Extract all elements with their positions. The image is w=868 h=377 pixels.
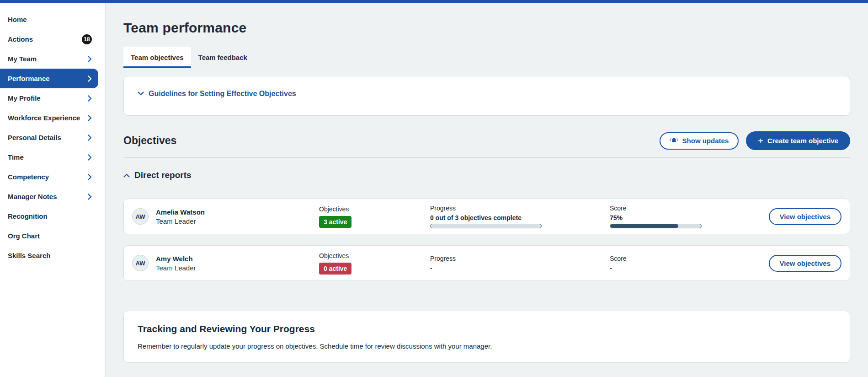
sidebar-item[interactable]: Manager Notes <box>0 187 98 206</box>
objectives-column: Objectives 0 active <box>319 252 430 275</box>
report-person: AW Amy Welch Team Leader <box>132 255 319 272</box>
sidebar-item[interactable]: Competency <box>0 167 98 187</box>
sidebar-item[interactable]: Personal Details <box>0 128 98 147</box>
chevron-right-icon <box>88 115 92 121</box>
app-layout: Home Actions 18 My Team <box>0 3 868 377</box>
bell-icon <box>670 137 678 145</box>
chevron-right-icon <box>88 95 92 102</box>
report-person-text: Amelia Watson Team Leader <box>156 208 205 225</box>
plus-icon: + <box>758 136 763 145</box>
objectives-status-badge: 3 active <box>319 216 351 228</box>
page-title: Team performance <box>123 20 850 36</box>
notification-count-badge: 18 <box>82 34 92 44</box>
sidebar-item-label: Skills Search <box>8 252 50 259</box>
sidebar-item[interactable]: Home <box>0 10 98 29</box>
sidebar-item-label: Actions <box>8 35 33 43</box>
tab[interactable]: Team feedback <box>191 47 255 68</box>
objectives-label: Objectives <box>319 205 430 213</box>
view-objectives-button[interactable]: View objectives <box>769 208 841 225</box>
guidelines-label: Guidelines for Setting Effective Objecti… <box>149 90 296 98</box>
progress-bar <box>430 224 542 228</box>
sidebar-item[interactable]: My Profile <box>0 88 98 108</box>
main-content: Team performance Team objectives Team fe… <box>106 3 868 377</box>
sidebar-item-label: Competency <box>8 173 49 181</box>
score-bar-fill <box>610 224 678 228</box>
direct-reports-label: Direct reports <box>134 170 192 180</box>
score-label: Score <box>610 205 769 212</box>
sidebar-item[interactable]: Actions 18 <box>0 29 98 49</box>
sidebar-item-label: Org Chart <box>8 232 40 240</box>
chevron-right-icon <box>88 194 92 200</box>
view-objectives-button[interactable]: View objectives <box>769 255 841 272</box>
avatar: AW <box>132 208 149 225</box>
sidebar-item-label: Workforce Experience <box>8 114 80 122</box>
sidebar-item[interactable]: Skills Search <box>0 246 98 265</box>
score-column: Score - <box>610 255 769 272</box>
show-updates-label: Show updates <box>682 137 729 145</box>
progress-label: Progress <box>430 255 610 262</box>
report-role: Team Leader <box>156 217 205 225</box>
direct-reports-list: AW Amelia Watson Team Leader Objectives … <box>123 199 850 281</box>
chevron-right-icon <box>88 174 92 180</box>
score-column: Score 75% <box>610 205 769 228</box>
sidebar-item-label: Personal Details <box>8 134 61 141</box>
create-team-objective-label: Create team objective <box>767 137 838 145</box>
info-card-body: Remember to regularly update your progre… <box>138 342 836 350</box>
show-updates-button[interactable]: Show updates <box>660 132 739 150</box>
chevron-right-icon <box>88 154 92 161</box>
guidelines-toggle[interactable]: Guidelines for Setting Effective Objecti… <box>138 90 296 98</box>
sidebar-item[interactable]: Workforce Experience <box>0 108 98 128</box>
list-divider <box>123 293 850 293</box>
sidebar-item-label: Recognition <box>8 212 48 220</box>
info-card-title: Tracking and Reviewing Your Progress <box>138 323 836 334</box>
guidelines-panel: Guidelines for Setting Effective Objecti… <box>123 76 850 116</box>
objectives-actions: Show updates + Create team objective <box>660 131 850 150</box>
chevron-right-icon <box>88 56 92 62</box>
sidebar-item[interactable]: My Team <box>0 49 98 69</box>
tab-bar: Team objectives Team feedback <box>123 47 850 68</box>
report-name: Amelia Watson <box>156 208 205 216</box>
avatar: AW <box>132 255 149 271</box>
sidebar-item-label: Performance <box>8 75 50 82</box>
sidebar-item-label: Manager Notes <box>8 193 57 200</box>
sidebar-item[interactable]: Recognition <box>0 206 98 226</box>
sidebar-item-label: Time <box>8 153 24 161</box>
report-card: AW Amelia Watson Team Leader Objectives … <box>123 199 850 234</box>
score-bar <box>610 224 702 228</box>
objectives-status-badge: 0 active <box>319 263 351 275</box>
create-team-objective-button[interactable]: + Create team objective <box>746 131 850 150</box>
report-person: AW Amelia Watson Team Leader <box>132 208 319 225</box>
score-label: Score <box>610 255 769 262</box>
objectives-label: Objectives <box>319 252 430 259</box>
progress-label: Progress <box>430 205 610 212</box>
report-name: Amy Welch <box>156 255 196 263</box>
progress-column: Progress 0 out of 3 objectives complete <box>430 205 610 228</box>
chevron-right-icon <box>88 135 92 141</box>
sidebar-item[interactable]: Performance <box>0 69 98 88</box>
chevron-up-icon <box>123 173 130 178</box>
sidebar-item-label: My Team <box>8 55 37 63</box>
score-value: 75% <box>610 214 769 221</box>
sidebar-item[interactable]: Time <box>0 147 98 167</box>
report-person-text: Amy Welch Team Leader <box>156 255 196 272</box>
chevron-down-icon <box>138 92 144 96</box>
report-role: Team Leader <box>156 264 196 272</box>
sidebar-item[interactable]: Org Chart <box>0 226 98 246</box>
direct-reports-toggle[interactable]: Direct reports <box>123 170 192 180</box>
progress-value: 0 out of 3 objectives complete <box>430 214 610 221</box>
tab[interactable]: Team objectives <box>123 47 191 68</box>
progress-column: Progress - <box>430 255 610 272</box>
objectives-section-header: Objectives Show updates + Create team ob… <box>123 131 850 150</box>
progress-value: - <box>430 264 610 272</box>
sidebar: Home Actions 18 My Team <box>0 3 106 377</box>
sidebar-item-label: My Profile <box>8 94 41 102</box>
objectives-column: Objectives 3 active <box>319 205 430 228</box>
score-value: - <box>610 264 769 272</box>
objectives-section-title: Objectives <box>123 135 176 147</box>
sidebar-item-label: Home <box>8 16 27 23</box>
report-card: AW Amy Welch Team Leader Objectives 0 ac… <box>123 245 850 281</box>
info-card: Tracking and Reviewing Your Progress Rem… <box>123 311 850 363</box>
chevron-right-icon <box>88 75 92 82</box>
